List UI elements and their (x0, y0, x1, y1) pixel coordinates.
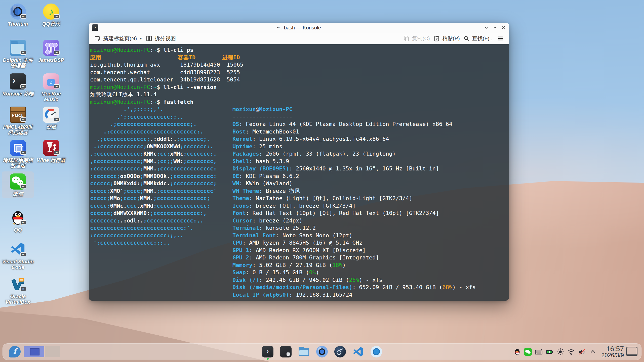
desktop-icon-wechat[interactable]: ∞ 微信 (0, 173, 37, 197)
terminal-command-output: mozixun@Mozixun-PC:~$ ll-cli ps应用 容器ID 进… (90, 46, 243, 106)
task-konsole[interactable]: › (262, 346, 273, 357)
tray-wechat-icon[interactable] (524, 348, 532, 356)
fastfetch-system-info: mozixun@Mozixun-PC------------------OS: … (232, 106, 476, 298)
desktop-icon-thorium[interactable]: ∞ Thorium (0, 4, 37, 27)
desktop-icon-label: Oracle (5, 294, 30, 299)
window-title: ~ : bash — Konsole (277, 23, 321, 33)
desktop-icon-label: Dolphin 文件 (3, 57, 33, 63)
pager-desktop-1[interactable] (24, 346, 44, 357)
tray-brightness-icon[interactable] (556, 348, 564, 356)
hamburger-menu-button[interactable] (497, 34, 505, 43)
split-view-icon (146, 35, 152, 42)
desktop-icon-label: JamesDSP (38, 57, 64, 63)
tray-keyboard-icon[interactable] (535, 348, 543, 356)
taskbar-panel: f › (3, 343, 641, 360)
desktop-icon-label: MoeKoe (41, 91, 61, 97)
shortcut-badge-icon: ∞ (54, 151, 60, 155)
task-dolphin[interactable] (298, 346, 310, 357)
task-steam[interactable] (334, 346, 346, 357)
minimize-button[interactable] (483, 24, 490, 31)
paste-button[interactable]: 粘贴(P) (433, 34, 460, 43)
shortcut-badge-icon: ∞ (54, 84, 60, 88)
desktop-icon-ziyuan[interactable]: ∞ 资源 (32, 107, 70, 130)
hamburger-menu-icon (497, 35, 504, 42)
tray-wifi-icon[interactable] (567, 348, 575, 356)
shortcut-badge-icon: ∞ (20, 51, 26, 55)
desktop-icon-label: QQ (14, 227, 22, 233)
desktop-icon-vscode[interactable]: ∞ Visual StudioCode (0, 241, 37, 270)
task-blue-ring-app[interactable] (371, 346, 382, 357)
maximize-button[interactable] (491, 24, 498, 31)
new-tab-button[interactable]: 新建标签页(N) ▼ (94, 34, 143, 43)
fedora-logo-icon: f (13, 347, 17, 356)
split-view-button[interactable]: 拆分视图 (145, 34, 176, 43)
split-view-label: 拆分视图 (155, 35, 176, 42)
new-tab-dropdown-icon[interactable]: ▼ (139, 37, 142, 40)
vscode-icon: ∞ (10, 241, 26, 257)
virtualbox-icon: ∞ (10, 276, 26, 292)
terminal-viewport[interactable]: mozixun@Mozixun-PC:~$ ll-cli ps应用 容器ID 进… (89, 44, 509, 301)
shortcut-badge-icon: ∞ (20, 117, 26, 122)
task-manager: › (262, 346, 382, 357)
tray-qq-icon[interactable] (513, 348, 521, 356)
konsole-window: › ~ : bash — Konsole 新建标签页(N) ▼ 拆分视图 (89, 23, 509, 301)
pager-window-thumbnail (30, 348, 39, 355)
window-titlebar[interactable]: › ~ : bash — Konsole (89, 23, 509, 33)
shortcut-badge-icon: ∞ (20, 84, 26, 88)
copy-label: 复制(C) (412, 35, 430, 42)
desktop-icon-label: Visual Studio (2, 259, 34, 264)
copy-icon (403, 35, 410, 42)
task-vscode[interactable] (352, 346, 364, 357)
desktop-icon-label: HMCL我的世 (3, 124, 33, 130)
system-tray (513, 346, 597, 357)
desktop-icon-linglong-store[interactable]: ∞ 玲珑应用商店极速版 (0, 140, 37, 168)
new-tab-icon (94, 35, 101, 42)
application-launcher-button[interactable]: f (9, 346, 21, 357)
shortcut-badge-icon: ∞ (20, 287, 26, 291)
virtual-desktop-pager (24, 346, 60, 357)
copy-button[interactable]: 复制(C) (403, 34, 430, 43)
konsole-app-icon: › (92, 24, 98, 31)
clock-date: 2026/3/9 (601, 352, 624, 358)
desktop-icon-label: 微信 (13, 191, 23, 197)
find-button[interactable]: 查找(F)... (463, 34, 494, 43)
pager-desktop-2[interactable] (45, 346, 60, 357)
desktop-icon-hmcl[interactable]: HMCL∞ HMCL我的世界启动器 (0, 107, 37, 135)
new-tab-label: 新建标签页(N) (103, 35, 137, 42)
shortcut-badge-icon: ∞ (20, 184, 26, 189)
paste-icon (433, 35, 440, 42)
shortcut-badge-icon: ∞ (20, 14, 26, 19)
desktop-icon-qqmusic[interactable]: ♪∞ QQ音乐 (32, 4, 70, 27)
shortcut-badge-icon: ∞ (54, 51, 60, 55)
window-toolbar: 新建标签页(N) ▼ 拆分视图 复制(C) 粘贴(P) 查找(F)... (89, 33, 509, 44)
clock-time: 16:57 (601, 345, 624, 352)
desktop-icon-label: QQ音乐 (42, 21, 60, 27)
find-label: 查找(F)... (472, 35, 494, 42)
desktop-icon-label: Thorium (8, 21, 28, 27)
desktop-icon-jamesdsp[interactable]: ∞ JamesDSP (32, 40, 70, 63)
close-button[interactable] (500, 24, 507, 31)
desktop-icon-wine[interactable]: ∞ Wine 运行器 (32, 140, 70, 163)
shortcut-badge-icon: ∞ (54, 14, 60, 19)
desktop-icon-dolphin[interactable]: ∞ Dolphin 文件管理器 (0, 40, 37, 68)
show-desktop-button[interactable] (626, 347, 637, 356)
desktop-icon-label: Wine 运行器 (37, 157, 65, 163)
fastfetch-ascii-logo: .',;::::;,'. .';:cccccccccccc:;,. .;cccc… (90, 106, 217, 247)
tray-expand-chevron-icon[interactable] (589, 348, 597, 356)
task-thorium-browser[interactable] (316, 346, 328, 357)
tray-volume-muted-icon[interactable] (578, 348, 586, 356)
tray-battery-icon[interactable] (546, 348, 553, 356)
desktop-icon-konsole[interactable]: ›∞ Konsole 终端 (0, 73, 37, 97)
shortcut-badge-icon: ∞ (20, 151, 26, 155)
desktop-icon-label: 资源 (46, 124, 56, 130)
desktop-icon-virtualbox[interactable]: ∞ OracleVirtualBox (0, 276, 37, 305)
shortcut-badge-icon: ∞ (54, 117, 60, 122)
digital-clock[interactable]: 16:57 2026/3/9 (601, 345, 624, 358)
running-indicator (267, 358, 269, 360)
shortcut-badge-icon: ∞ (20, 220, 26, 224)
desktop-icon-moekoe[interactable]: ♫∞ MoeKoeMusic (32, 73, 70, 102)
qq-penguin-icon: ∞ (10, 209, 26, 225)
desktop-icon-qq[interactable]: ∞ QQ (0, 209, 37, 233)
shortcut-badge-icon: ∞ (20, 252, 26, 256)
task-dark-app[interactable] (280, 346, 292, 357)
